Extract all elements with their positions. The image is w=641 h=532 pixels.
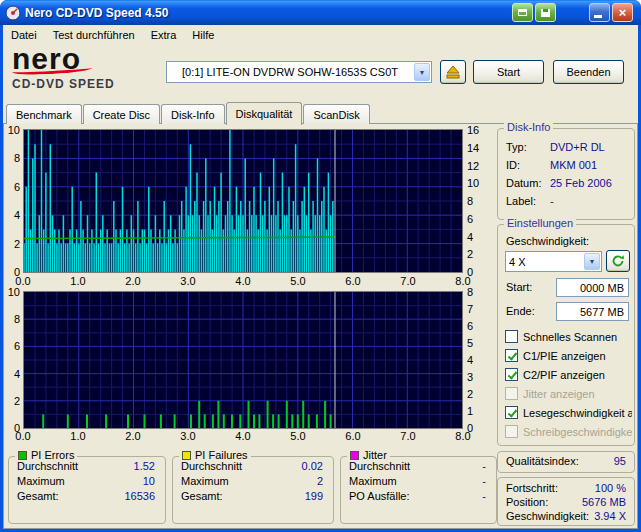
checkbox-icon (505, 330, 518, 343)
speed-select-value: 4 X (506, 256, 583, 268)
tab-strip: Benchmark Create Disc Disk-Info Diskqual… (6, 101, 371, 124)
titlebar-extra-button-2[interactable] (535, 3, 556, 22)
pie-chart-plot (23, 129, 463, 273)
checkbox-label: Schnelles Scannen (523, 331, 617, 343)
tab-diskqualitaet[interactable]: Diskqualität (226, 102, 303, 125)
disk-info-group: Disk-Info Typ:DVD+R DL ID:MKM 001 Datum:… (497, 128, 635, 220)
group-title: Disk-Info (507, 121, 550, 133)
close-button[interactable]: × (612, 3, 633, 22)
cd-dvd-speed-logo-text: CD-DVD SPEED (12, 77, 162, 91)
stat-value: 10 (143, 475, 155, 487)
info-label: Typ: (506, 141, 550, 153)
status-value: 3.94 X (594, 510, 626, 522)
stat-value: 16536 (124, 490, 155, 502)
checkbox-write-speed[interactable]: Schreibgeschwindigkei (505, 424, 632, 439)
tab-benchmark[interactable]: Benchmark (6, 104, 82, 124)
end-position-label: Ende: (506, 305, 535, 317)
eject-button[interactable] (440, 60, 466, 84)
checkbox-label: Jitter anzeigen (523, 388, 595, 400)
pie-x-axis-labels: 0.01.02.03.04.05.06.07.08.0 (23, 276, 463, 288)
nero-logo: nero CD-DVD SPEED (12, 45, 162, 91)
tab-scandisk[interactable]: ScanDisk (303, 104, 369, 124)
info-value: MKM 001 (550, 159, 597, 171)
group-title: PI Errors (31, 449, 74, 461)
refresh-speed-button[interactable] (606, 250, 630, 272)
checkbox-c2-pif[interactable]: C2/PIF anzeigen (505, 367, 632, 382)
end-position-input[interactable]: 5677 MB (556, 302, 629, 321)
pif-chart-plot (23, 291, 463, 429)
jitter-color-chip (350, 451, 359, 460)
floppy-icon (541, 9, 550, 17)
drive-select[interactable]: [0:1] LITE-ON DVDRW SOHW-1653S CS0T ▼ (166, 61, 432, 83)
checkbox-icon (505, 387, 518, 400)
status-label: Geschwindigkeit: (506, 510, 589, 522)
stat-value: 1.52 (134, 460, 155, 472)
status-value: 100 % (595, 482, 626, 494)
checkbox-label: C2/PIF anzeigen (523, 369, 605, 381)
quality-index-box: Qualitätsindex: 95 (497, 451, 635, 473)
chevron-down-icon[interactable]: ▼ (584, 253, 600, 270)
stat-value: 199 (305, 490, 323, 502)
checkbox-jitter[interactable]: Jitter anzeigen (505, 386, 632, 401)
stat-label: Gesamt: (17, 490, 59, 502)
pie-right-axis-labels: 1614121086420 (465, 130, 485, 272)
stat-label: Maximum (181, 475, 229, 487)
start-position-value: 0000 MB (580, 282, 624, 294)
checkbox-c1-pie[interactable]: C1/PIE anzeigen (505, 348, 632, 363)
checkbox-icon (505, 349, 518, 362)
stat-label: Maximum (17, 475, 65, 487)
info-value: 25 Feb 2006 (550, 177, 612, 189)
eject-icon (445, 65, 461, 79)
pif-left-axis-labels: 1086420 (1, 292, 21, 428)
stat-value: - (482, 460, 486, 472)
chevron-down-icon[interactable]: ▼ (414, 63, 430, 81)
end-position-value: 5677 MB (580, 306, 624, 318)
start-position-input[interactable]: 0000 MB (556, 278, 629, 297)
status-value: 5676 MB (582, 496, 626, 508)
pi-failures-box: PI Failures Durchschnitt0.02 Maximum2 Ge… (172, 456, 334, 524)
menu-hilfe[interactable]: Hilfe (184, 25, 222, 44)
checkbox-icon (505, 406, 518, 419)
title-bar: Nero CD-DVD Speed 4.50 × (0, 0, 641, 25)
checkbox-label: Lesegeschwindigkeit a (523, 407, 632, 419)
checkbox-icon (505, 368, 518, 381)
quit-button[interactable]: Beenden (553, 60, 624, 84)
close-icon: × (619, 6, 627, 19)
info-label: Label: (506, 195, 550, 207)
group-title: Einstellungen (507, 217, 573, 229)
app-icon (5, 5, 21, 21)
stat-label: Gesamt: (181, 490, 223, 502)
pi-failures-color-chip (182, 451, 191, 460)
checkbox-label: Schreibgeschwindigkei (523, 426, 632, 438)
quality-index-label: Qualitätsindex: (506, 455, 579, 467)
status-box: Fortschritt:100 % Position:5676 MB Gesch… (497, 477, 635, 526)
checkbox-read-speed[interactable]: Lesegeschwindigkeit a (505, 405, 632, 420)
titlebar-extra-button-1[interactable] (512, 3, 533, 22)
checkbox-label: C1/PIE anzeigen (523, 350, 606, 362)
drive-select-value: [0:1] LITE-ON DVDRW SOHW-1653S CS0T (167, 66, 413, 78)
minimize-button[interactable] (589, 3, 610, 22)
info-value: - (550, 195, 554, 207)
start-button[interactable]: Start (473, 60, 544, 84)
quality-index-value: 95 (614, 455, 626, 467)
checkbox-fast-scan[interactable]: Schnelles Scannen (505, 329, 632, 344)
status-label: Fortschritt: (506, 482, 558, 494)
window-icon (518, 9, 527, 16)
menu-extra[interactable]: Extra (143, 25, 185, 44)
stat-value: - (482, 490, 486, 502)
stat-label: PO Ausfälle: (349, 490, 410, 502)
stat-value: 2 (317, 475, 323, 487)
speed-select[interactable]: 4 X ▼ (505, 251, 602, 272)
status-label: Position: (506, 496, 548, 508)
group-title: PI Failures (195, 449, 248, 461)
info-value: DVD+R DL (550, 141, 605, 153)
stat-value: 0.02 (302, 460, 323, 472)
checkbox-icon (505, 425, 518, 438)
window-title: Nero CD-DVD Speed 4.50 (25, 6, 168, 20)
tab-disk-info[interactable]: Disk-Info (161, 104, 224, 124)
tab-create-disc[interactable]: Create Disc (83, 104, 160, 124)
app-window: Nero CD-DVD Speed 4.50 × Datei Test durc… (0, 0, 641, 532)
settings-group: Einstellungen Geschwindigkeit: 4 X ▼ Sta… (497, 224, 635, 446)
stat-label: Maximum (349, 475, 397, 487)
pif-x-axis-labels: 0.01.02.03.04.05.06.07.08.0 (23, 431, 463, 443)
